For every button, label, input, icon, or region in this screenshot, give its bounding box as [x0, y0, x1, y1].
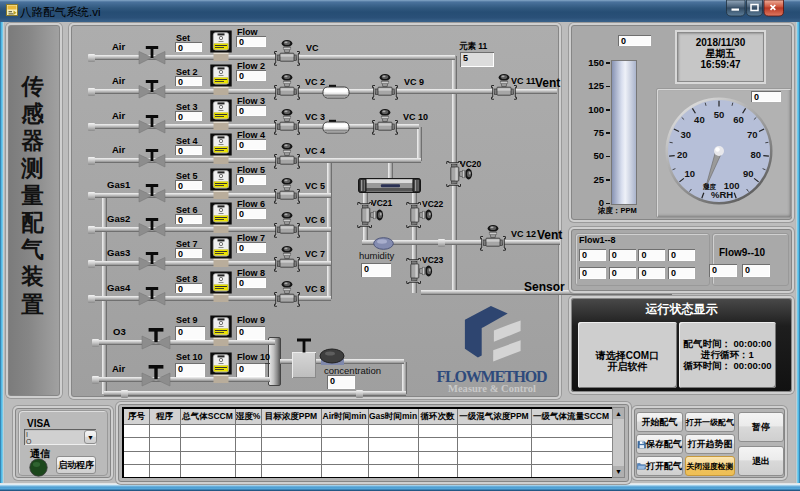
svg-text:60: 60	[733, 114, 744, 125]
svg-text:90: 90	[743, 168, 754, 179]
svg-text:80: 80	[751, 149, 762, 160]
svg-text:20: 20	[677, 149, 688, 160]
svg-text:%RH: %RH	[711, 189, 733, 200]
svg-text:40: 40	[694, 114, 705, 125]
svg-text:70: 70	[747, 129, 758, 140]
svg-text:30: 30	[680, 129, 691, 140]
svg-text:10: 10	[685, 168, 696, 179]
svg-text:50: 50	[714, 109, 725, 120]
svg-text:Measure & Control: Measure & Control	[448, 383, 536, 394]
